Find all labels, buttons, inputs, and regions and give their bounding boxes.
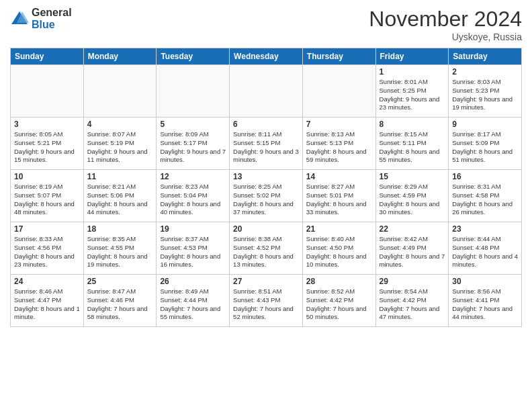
day-info: Sunrise: 8:38 AM Sunset: 4:52 PM Dayligh… bbox=[233, 235, 299, 269]
calendar-cell: 28Sunrise: 8:52 AM Sunset: 4:42 PM Dayli… bbox=[302, 275, 375, 327]
day-info: Sunrise: 8:31 AM Sunset: 4:58 PM Dayligh… bbox=[452, 183, 518, 217]
day-number: 24 bbox=[14, 277, 80, 286]
day-number: 21 bbox=[306, 224, 372, 234]
calendar-cell: 14Sunrise: 8:27 AM Sunset: 5:01 PM Dayli… bbox=[302, 170, 375, 222]
day-number: 15 bbox=[380, 172, 445, 181]
calendar-header-row: SundayMondayTuesdayWednesdayThursdayFrid… bbox=[11, 48, 522, 65]
day-info: Sunrise: 8:05 AM Sunset: 5:21 PM Dayligh… bbox=[14, 130, 80, 165]
day-number: 18 bbox=[87, 224, 153, 234]
month-title: November 2024 bbox=[369, 7, 522, 32]
calendar-header-friday: Friday bbox=[375, 48, 449, 65]
logo-blue-text: Blue bbox=[32, 19, 72, 31]
calendar-week-3: 10Sunrise: 8:19 AM Sunset: 5:07 PM Dayli… bbox=[11, 170, 522, 222]
calendar-header-sunday: Sunday bbox=[11, 48, 84, 65]
day-number: 20 bbox=[233, 224, 299, 234]
day-number: 12 bbox=[160, 172, 226, 181]
day-info: Sunrise: 8:27 AM Sunset: 5:01 PM Dayligh… bbox=[306, 183, 372, 217]
day-number: 23 bbox=[452, 224, 518, 234]
day-number: 7 bbox=[306, 120, 372, 129]
calendar-cell: 12Sunrise: 8:23 AM Sunset: 5:04 PM Dayli… bbox=[157, 170, 230, 222]
calendar-cell: 6Sunrise: 8:11 AM Sunset: 5:15 PM Daylig… bbox=[230, 118, 303, 170]
day-number: 14 bbox=[306, 172, 372, 181]
calendar-cell: 10Sunrise: 8:19 AM Sunset: 5:07 PM Dayli… bbox=[11, 170, 84, 222]
day-info: Sunrise: 8:52 AM Sunset: 4:42 PM Dayligh… bbox=[306, 287, 372, 322]
day-info: Sunrise: 8:23 AM Sunset: 5:04 PM Dayligh… bbox=[160, 183, 226, 217]
calendar-cell: 9Sunrise: 8:17 AM Sunset: 5:09 PM Daylig… bbox=[449, 118, 522, 170]
day-number: 22 bbox=[380, 224, 445, 234]
calendar-cell: 18Sunrise: 8:35 AM Sunset: 4:55 PM Dayli… bbox=[83, 222, 157, 275]
logo-text: General Blue bbox=[32, 7, 72, 31]
day-info: Sunrise: 8:47 AM Sunset: 4:46 PM Dayligh… bbox=[87, 287, 153, 322]
day-info: Sunrise: 8:03 AM Sunset: 5:23 PM Dayligh… bbox=[452, 78, 518, 112]
day-info: Sunrise: 8:42 AM Sunset: 4:49 PM Dayligh… bbox=[380, 235, 445, 269]
day-number: 25 bbox=[87, 277, 153, 286]
header: General Blue November 2024 Uyskoye, Russ… bbox=[10, 7, 522, 42]
calendar-cell bbox=[11, 65, 84, 118]
calendar-cell: 29Sunrise: 8:54 AM Sunset: 4:42 PM Dayli… bbox=[375, 275, 449, 327]
calendar-cell: 7Sunrise: 8:13 AM Sunset: 5:13 PM Daylig… bbox=[302, 118, 375, 170]
calendar-cell: 22Sunrise: 8:42 AM Sunset: 4:49 PM Dayli… bbox=[375, 222, 449, 275]
day-number: 9 bbox=[452, 120, 518, 129]
day-number: 19 bbox=[160, 224, 226, 234]
day-info: Sunrise: 8:07 AM Sunset: 5:19 PM Dayligh… bbox=[87, 130, 153, 165]
calendar-cell: 15Sunrise: 8:29 AM Sunset: 4:59 PM Dayli… bbox=[375, 170, 449, 222]
day-info: Sunrise: 8:37 AM Sunset: 4:53 PM Dayligh… bbox=[160, 235, 226, 269]
day-info: Sunrise: 8:49 AM Sunset: 4:44 PM Dayligh… bbox=[160, 287, 226, 322]
calendar-cell bbox=[157, 65, 230, 118]
day-info: Sunrise: 8:13 AM Sunset: 5:13 PM Dayligh… bbox=[306, 130, 372, 165]
calendar-cell: 30Sunrise: 8:56 AM Sunset: 4:41 PM Dayli… bbox=[449, 275, 522, 327]
calendar-cell: 2Sunrise: 8:03 AM Sunset: 5:23 PM Daylig… bbox=[449, 65, 522, 118]
day-info: Sunrise: 8:46 AM Sunset: 4:47 PM Dayligh… bbox=[14, 287, 80, 322]
day-number: 13 bbox=[233, 172, 299, 181]
day-info: Sunrise: 8:54 AM Sunset: 4:42 PM Dayligh… bbox=[380, 287, 445, 322]
calendar-cell: 13Sunrise: 8:25 AM Sunset: 5:02 PM Dayli… bbox=[230, 170, 303, 222]
calendar-cell: 24Sunrise: 8:46 AM Sunset: 4:47 PM Dayli… bbox=[11, 275, 84, 327]
day-info: Sunrise: 8:29 AM Sunset: 4:59 PM Dayligh… bbox=[380, 183, 445, 217]
logo: General Blue bbox=[10, 7, 72, 31]
day-info: Sunrise: 8:15 AM Sunset: 5:11 PM Dayligh… bbox=[380, 130, 445, 165]
logo-icon bbox=[10, 9, 29, 28]
day-number: 6 bbox=[233, 120, 299, 129]
calendar-cell bbox=[302, 65, 375, 118]
day-number: 10 bbox=[14, 172, 80, 181]
calendar-cell: 19Sunrise: 8:37 AM Sunset: 4:53 PM Dayli… bbox=[157, 222, 230, 275]
day-info: Sunrise: 8:11 AM Sunset: 5:15 PM Dayligh… bbox=[233, 130, 299, 165]
calendar-cell: 27Sunrise: 8:51 AM Sunset: 4:43 PM Dayli… bbox=[230, 275, 303, 327]
calendar-cell bbox=[230, 65, 303, 118]
calendar-cell: 20Sunrise: 8:38 AM Sunset: 4:52 PM Dayli… bbox=[230, 222, 303, 275]
day-info: Sunrise: 8:21 AM Sunset: 5:06 PM Dayligh… bbox=[87, 183, 153, 217]
calendar-cell: 4Sunrise: 8:07 AM Sunset: 5:19 PM Daylig… bbox=[83, 118, 157, 170]
calendar-cell: 5Sunrise: 8:09 AM Sunset: 5:17 PM Daylig… bbox=[157, 118, 230, 170]
day-info: Sunrise: 8:56 AM Sunset: 4:41 PM Dayligh… bbox=[452, 287, 518, 322]
day-info: Sunrise: 8:19 AM Sunset: 5:07 PM Dayligh… bbox=[14, 183, 80, 217]
calendar-header-thursday: Thursday bbox=[302, 48, 375, 65]
day-number: 3 bbox=[14, 120, 80, 129]
calendar-header-wednesday: Wednesday bbox=[230, 48, 303, 65]
calendar-cell: 3Sunrise: 8:05 AM Sunset: 5:21 PM Daylig… bbox=[11, 118, 84, 170]
calendar-table: SundayMondayTuesdayWednesdayThursdayFrid… bbox=[10, 48, 522, 327]
calendar-cell: 16Sunrise: 8:31 AM Sunset: 4:58 PM Dayli… bbox=[449, 170, 522, 222]
calendar-header-monday: Monday bbox=[83, 48, 157, 65]
calendar-cell: 21Sunrise: 8:40 AM Sunset: 4:50 PM Dayli… bbox=[302, 222, 375, 275]
day-number: 4 bbox=[87, 120, 153, 129]
day-number: 2 bbox=[452, 67, 518, 77]
day-info: Sunrise: 8:25 AM Sunset: 5:02 PM Dayligh… bbox=[233, 183, 299, 217]
page: General Blue November 2024 Uyskoye, Russ… bbox=[0, 0, 532, 411]
calendar-week-2: 3Sunrise: 8:05 AM Sunset: 5:21 PM Daylig… bbox=[11, 118, 522, 170]
day-number: 8 bbox=[380, 120, 445, 129]
calendar-week-4: 17Sunrise: 8:33 AM Sunset: 4:56 PM Dayli… bbox=[11, 222, 522, 275]
calendar-cell: 17Sunrise: 8:33 AM Sunset: 4:56 PM Dayli… bbox=[11, 222, 84, 275]
calendar-cell: 26Sunrise: 8:49 AM Sunset: 4:44 PM Dayli… bbox=[157, 275, 230, 327]
calendar-cell bbox=[83, 65, 157, 118]
day-number: 27 bbox=[233, 277, 299, 286]
logo-general-text: General bbox=[32, 7, 72, 19]
day-number: 1 bbox=[380, 67, 445, 77]
calendar-week-5: 24Sunrise: 8:46 AM Sunset: 4:47 PM Dayli… bbox=[11, 275, 522, 327]
calendar-header-saturday: Saturday bbox=[449, 48, 522, 65]
calendar-cell: 11Sunrise: 8:21 AM Sunset: 5:06 PM Dayli… bbox=[83, 170, 157, 222]
calendar-header-tuesday: Tuesday bbox=[157, 48, 230, 65]
day-info: Sunrise: 8:33 AM Sunset: 4:56 PM Dayligh… bbox=[14, 235, 80, 269]
day-info: Sunrise: 8:40 AM Sunset: 4:50 PM Dayligh… bbox=[306, 235, 372, 269]
day-number: 29 bbox=[380, 277, 445, 286]
title-block: November 2024 Uyskoye, Russia bbox=[369, 7, 522, 42]
